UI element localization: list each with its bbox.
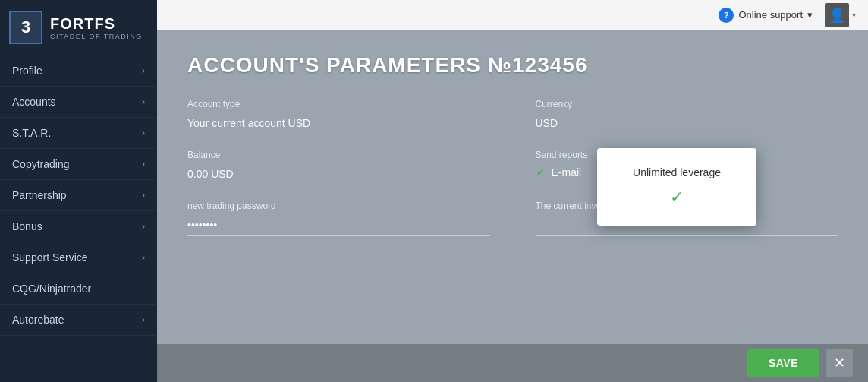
chevron-icon: ›: [142, 221, 145, 232]
chevron-icon: ›: [142, 128, 145, 138]
sidebar-item-label: Accounts: [12, 96, 56, 108]
bottom-action-bar: SAVE ✕: [157, 344, 868, 382]
sidebar-item-bonus[interactable]: Bonus ›: [0, 211, 157, 242]
new-password-input[interactable]: [187, 214, 490, 236]
sidebar-item-label: Profile: [12, 65, 42, 77]
save-button[interactable]: SAVE: [747, 349, 819, 377]
avatar-icon: 👤: [829, 7, 845, 24]
sidebar: 3 FORTFS CITADEL OF TRADING Profile › Ac…: [0, 0, 157, 382]
online-support-button[interactable]: ? Online support ▾: [719, 8, 813, 23]
sidebar-item-label: Bonus: [12, 220, 42, 232]
sidebar-item-support[interactable]: Support Service ›: [0, 242, 157, 273]
topbar: ? Online support ▾ 👤 ▾: [157, 0, 868, 30]
popup-title: Unlimited leverage: [633, 166, 721, 178]
support-label: Online support: [738, 9, 803, 21]
sidebar-item-label: Autorebate: [12, 314, 64, 326]
page-title: ACCOUNT'S PARAMETERS №123456: [187, 53, 838, 77]
sidebar-item-cqg[interactable]: CQG/Ninjatrader: [0, 273, 157, 305]
account-type-label: Account type: [187, 99, 490, 109]
email-label: E-mail: [552, 166, 582, 178]
support-icon: ?: [719, 8, 734, 23]
sidebar-item-label: Copytrading: [12, 158, 70, 170]
email-check-icon: ✓: [536, 165, 546, 179]
currency-label: Currency: [536, 99, 838, 109]
logo-text: FORTFS CITADEL OF TRADING: [50, 15, 143, 40]
sidebar-item-autorebate[interactable]: Autorebate ›: [0, 305, 157, 336]
sidebar-item-accounts[interactable]: Accounts ›: [0, 87, 157, 118]
support-chevron: ▾: [807, 9, 813, 21]
chevron-icon: ›: [142, 96, 145, 107]
sidebar-item-label: Support Service: [12, 251, 88, 264]
chevron-icon: ›: [142, 252, 145, 263]
logo: 3 FORTFS CITADEL OF TRADING: [0, 0, 157, 55]
new-password-field: new trading password: [187, 200, 490, 236]
avatar-chevron: ▾: [852, 11, 856, 19]
sidebar-item-partnership[interactable]: Partnership ›: [0, 180, 157, 211]
sidebar-item-label: Partnership: [12, 189, 67, 201]
logo-title: FORTFS: [50, 15, 143, 33]
main-area: ? Online support ▾ 👤 ▾ ACCOUNT'S PARAMET…: [157, 0, 868, 382]
sidebar-item-profile[interactable]: Profile ›: [0, 55, 157, 87]
balance-field: Balance: [187, 150, 490, 185]
logo-subtitle: CITADEL OF TRADING: [50, 33, 143, 40]
sidebar-item-star[interactable]: S.T.A.R. ›: [0, 118, 157, 149]
sidebar-nav: Profile › Accounts › S.T.A.R. › Copytrad…: [0, 55, 157, 336]
logo-icon: 3: [9, 11, 42, 44]
sidebar-item-label: CQG/Ninjatrader: [12, 283, 91, 295]
chevron-icon: ›: [142, 314, 145, 325]
chevron-icon: ›: [142, 65, 145, 76]
logo-icon-text: 3: [21, 17, 30, 37]
new-password-label: new trading password: [187, 200, 490, 211]
account-type-field: Account type: [187, 99, 490, 134]
balance-label: Balance: [187, 150, 490, 160]
balance-input[interactable]: [187, 163, 490, 185]
user-avatar[interactable]: 👤: [825, 3, 849, 27]
chevron-icon: ›: [142, 190, 145, 200]
sidebar-item-label: S.T.A.R.: [12, 127, 51, 139]
popup-check-icon: ✓: [670, 188, 684, 207]
currency-input[interactable]: [536, 112, 838, 134]
currency-field: Currency: [536, 99, 838, 134]
chevron-icon: ›: [142, 159, 145, 169]
cancel-button[interactable]: ✕: [826, 349, 853, 377]
sidebar-item-copytrading[interactable]: Copytrading ›: [0, 149, 157, 180]
content-area: ACCOUNT'S PARAMETERS №123456 Account typ…: [157, 30, 868, 382]
account-type-input[interactable]: [187, 112, 490, 134]
unlimited-leverage-popup: Unlimited leverage ✓: [597, 148, 756, 226]
